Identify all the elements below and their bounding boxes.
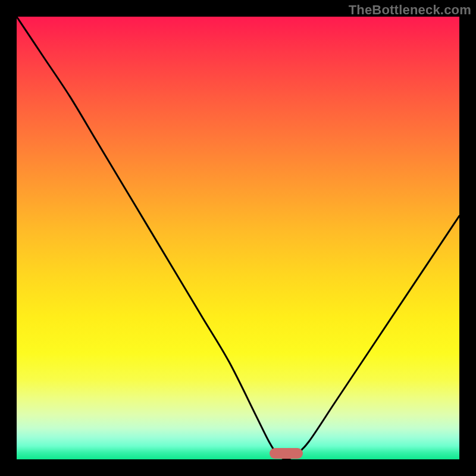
bottleneck-curve [17, 17, 459, 459]
chart-frame: TheBottleneck.com [0, 0, 476, 476]
watermark-text: TheBottleneck.com [349, 2, 471, 18]
plot-area [17, 17, 459, 459]
optimal-marker [270, 448, 303, 459]
